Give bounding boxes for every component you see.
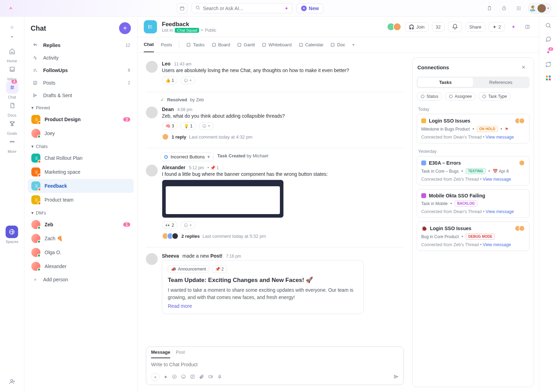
rail-spaces[interactable]: Spaces	[6, 226, 18, 244]
pin-count[interactable]: 📌 2	[212, 265, 227, 273]
sidebar-item-product-team[interactable]: Product team	[28, 193, 134, 207]
sidebar-drafts & sent[interactable]: Drafts & Sent	[28, 89, 134, 102]
new-button[interactable]: +New	[297, 3, 323, 13]
video-icon[interactable]	[208, 374, 213, 380]
member-count[interactable]: 32	[432, 22, 445, 32]
invite-person-icon[interactable]	[6, 375, 18, 388]
connection-card[interactable]: 🐞Login SSO IssuesBug in Core Product•DEB…	[417, 221, 529, 251]
view-tab-posts[interactable]: Posts	[161, 37, 172, 52]
avatar[interactable]	[146, 253, 158, 265]
view-tab-gantt[interactable]: Gantt	[237, 37, 255, 52]
sync-icon[interactable]	[545, 61, 551, 69]
search-icon[interactable]	[545, 22, 551, 30]
thread-link[interactable]: 1 replyLast comment today at 4:32 pm	[162, 133, 404, 140]
sidebar-item-product-design[interactable]: Product Design3	[28, 112, 134, 126]
sidebar-item-joey[interactable]: Joey	[28, 126, 134, 140]
timer-icon[interactable]	[499, 3, 509, 14]
reaction[interactable]: 🧠 3	[162, 122, 178, 130]
sidebar-item-olga-o-[interactable]: Olga O.	[28, 245, 134, 259]
rail-more[interactable]: More	[6, 135, 18, 154]
search-input[interactable]	[203, 6, 282, 11]
apps-grid-icon[interactable]	[513, 3, 524, 14]
add-view-button[interactable]: +	[352, 37, 355, 52]
sidebar-item-alexander[interactable]: Alexander	[28, 259, 134, 273]
read-more-link[interactable]: Read more	[168, 303, 192, 309]
panel-toggle-icon[interactable]	[522, 22, 533, 32]
view-tab-board[interactable]: Board	[212, 37, 230, 52]
view-message-link[interactable]: View message	[483, 242, 511, 247]
calendar-icon[interactable]	[177, 3, 187, 14]
workspace-logo[interactable]	[6, 21, 18, 33]
slash-command-icon[interactable]	[190, 374, 195, 380]
share-button[interactable]: Share	[465, 22, 485, 32]
filter-assignee[interactable]: Assignee	[445, 92, 476, 101]
reaction[interactable]: 💡 1	[180, 122, 196, 130]
composer-input[interactable]	[151, 362, 399, 367]
sidebar-followups[interactable]: FollowUps8	[28, 64, 134, 77]
user-menu[interactable]: 🏝️ ▾	[528, 3, 551, 14]
view-message-link[interactable]: View message	[486, 209, 514, 214]
conn-tab-references[interactable]: References	[473, 78, 528, 87]
add-person-button[interactable]: +Add person	[28, 273, 134, 286]
clipboard-icon[interactable]	[484, 3, 495, 14]
add-reaction-button[interactable]: +	[180, 221, 195, 229]
avatar[interactable]	[146, 165, 158, 177]
comments-icon[interactable]	[545, 36, 551, 43]
join-button[interactable]: 🎧Join	[405, 22, 429, 32]
view-tab-chat[interactable]: Chat	[144, 37, 154, 52]
rail-chat[interactable]: 4Chat	[6, 81, 18, 99]
reaction[interactable]: 👍 1	[162, 77, 178, 84]
view-tab-calendar[interactable]: Calendar	[299, 37, 324, 52]
rail-docs[interactable]: Docs	[6, 99, 18, 117]
task-pill[interactable]: Incorrect Buttons▾	[160, 152, 214, 161]
mic-icon[interactable]	[217, 374, 222, 380]
screenshot-attachment[interactable]	[162, 180, 284, 218]
add-reaction-button[interactable]: +	[180, 77, 195, 84]
close-icon[interactable]: ✕	[518, 62, 529, 72]
member-avatars[interactable]	[387, 23, 401, 31]
rail-inbox[interactable]: Inbox	[6, 63, 18, 81]
ai-sparkle-icon[interactable]: ✦	[284, 6, 289, 11]
sidebar-group-chats[interactable]: ▾Chats	[28, 140, 134, 151]
apps-icon[interactable]	[545, 75, 551, 82]
sidebar-item-feedback[interactable]: Feedback	[28, 179, 134, 193]
rail-goals[interactable]: Goals	[6, 117, 18, 135]
ai-icon[interactable]: ✦2	[546, 49, 550, 55]
send-icon[interactable]	[394, 374, 399, 380]
guests-button[interactable]: ✦2	[489, 22, 505, 32]
composer-plus-icon[interactable]: +	[151, 373, 159, 381]
sidebar-item-marketing-space[interactable]: Marketing space	[28, 165, 134, 179]
sidebar-item-zach-[interactable]: Zach 🍕	[28, 232, 134, 245]
thread-link[interactable]: 2 repliesLast comment today at 5:32 pm	[162, 233, 404, 240]
notifications-button[interactable]	[448, 22, 462, 32]
connection-card[interactable]: Mobile Okta SSO FailingTask in Mobile•BA…	[417, 189, 529, 218]
composer-tab-post[interactable]: Post	[176, 350, 185, 358]
avatar[interactable]	[146, 61, 158, 73]
conn-tab-tasks[interactable]: Tasks	[418, 78, 473, 87]
view-message-link[interactable]: View message	[483, 177, 511, 182]
sidebar-replies[interactable]: Replies12	[28, 39, 134, 52]
view-tab-tasks[interactable]: Tasks	[186, 37, 204, 52]
add-reaction-button[interactable]: +	[199, 122, 214, 130]
composer-tab-message[interactable]: Message	[151, 350, 170, 358]
sidebar-group-pinned[interactable]: ▾Pinned	[28, 102, 134, 112]
view-tab-whiteboard[interactable]: Whiteboard	[262, 37, 291, 52]
sidebar-posts[interactable]: Posts2	[28, 77, 134, 89]
view-message-link[interactable]: View message	[486, 135, 514, 140]
post-card[interactable]: 📣Announcement📌 2Team Update: Exciting Ch…	[162, 260, 364, 314]
check-circle-icon[interactable]	[172, 374, 177, 380]
avatar[interactable]	[146, 107, 158, 118]
sidebar-item-chat-rollout-plan[interactable]: Chat Rollout Plan	[28, 151, 134, 165]
new-chat-button[interactable]: +	[119, 22, 131, 34]
filter-task type[interactable]: Task Type	[478, 92, 511, 101]
squad-chip[interactable]: Chat Squad	[175, 28, 199, 33]
app-logo[interactable]	[6, 3, 16, 14]
connection-card[interactable]: Login SSO IssuesMilestone in Bugs Produc…	[417, 114, 529, 143]
sidebar-group-dm's[interactable]: ▾DM's	[28, 207, 134, 218]
sidebar-item-zeb[interactable]: Zeb1	[28, 218, 134, 232]
sidebar-activity[interactable]: Activity	[28, 52, 134, 64]
global-search[interactable]: ✦	[191, 3, 292, 13]
ai-icon[interactable]: ✦	[508, 22, 519, 32]
ai-sparkle-icon[interactable]: ✦	[164, 374, 168, 380]
filter-status[interactable]: Status	[417, 92, 442, 101]
